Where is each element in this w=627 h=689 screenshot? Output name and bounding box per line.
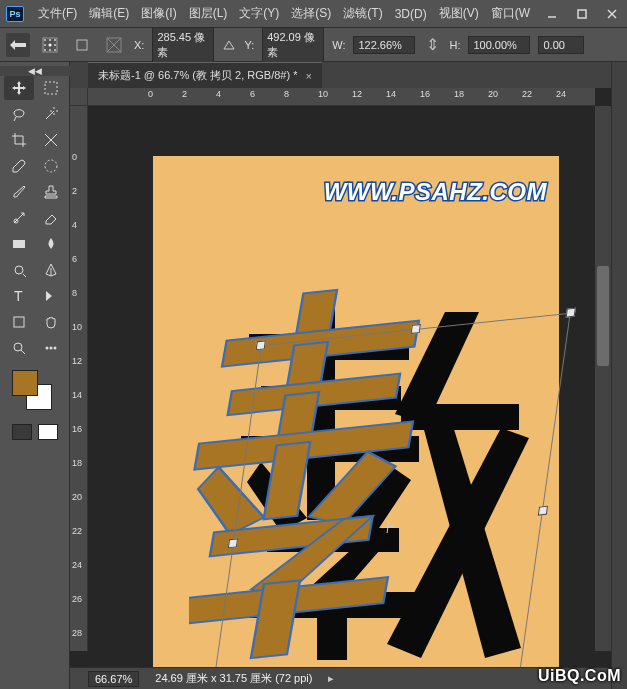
handle-r[interactable]	[538, 505, 548, 515]
options-bar: X: 285.45 像素 Y: 492.09 像素 W: 122.66% ⇕ H…	[0, 28, 627, 62]
menu-layer[interactable]: 图层(L)	[183, 1, 234, 26]
x-input[interactable]: 285.45 像素	[152, 27, 214, 63]
document-tab-title: 未标题-1 @ 66.7% (教 拷贝 2, RGB/8#) *	[98, 68, 297, 83]
link-wh-icon[interactable]: ⇕	[423, 35, 441, 54]
svg-point-25	[14, 343, 22, 351]
h-label: H:	[449, 39, 460, 51]
artwork	[189, 286, 529, 666]
document-tab-bar: 未标题-1 @ 66.7% (教 拷贝 2, RGB/8#) * ×	[70, 62, 611, 88]
svg-point-12	[49, 49, 51, 51]
minimize-button[interactable]	[537, 4, 567, 24]
patch-tool-icon[interactable]	[36, 154, 66, 178]
x-label: X:	[134, 39, 144, 51]
menu-select[interactable]: 选择(S)	[285, 1, 337, 26]
handle-tr[interactable]	[566, 308, 576, 318]
document-tab[interactable]: 未标题-1 @ 66.7% (教 拷贝 2, RGB/8#) * ×	[88, 62, 322, 88]
w-label: W:	[332, 39, 345, 51]
tools-panel: ◀◀ T	[0, 62, 70, 689]
y-label: Y:	[244, 39, 254, 51]
svg-point-13	[54, 49, 56, 51]
type-tool-icon[interactable]: T	[4, 284, 34, 308]
dodge-tool-icon[interactable]	[4, 258, 34, 282]
triangle-y-icon[interactable]	[222, 36, 236, 54]
lasso-tool-icon[interactable]	[4, 102, 34, 126]
pen-tool-icon[interactable]	[36, 258, 66, 282]
ruler-horizontal[interactable]: 024681012141618202224	[88, 88, 595, 106]
reference-point-icon[interactable]	[38, 33, 62, 57]
history-brush-tool-icon[interactable]	[4, 206, 34, 230]
app-logo: Ps	[6, 6, 24, 22]
reference-point-2-icon[interactable]	[102, 33, 126, 57]
doc-dimensions: 24.69 厘米 x 31.75 厘米 (72 ppi)	[155, 671, 312, 686]
blur-tool-icon[interactable]	[36, 232, 66, 256]
gradient-tool-icon[interactable]	[4, 232, 34, 256]
tool-grid: T	[4, 76, 66, 360]
svg-rect-18	[45, 82, 57, 94]
move-tool-icon[interactable]	[4, 76, 34, 100]
svg-rect-39	[401, 404, 519, 430]
crop-tool-icon[interactable]	[4, 128, 34, 152]
svg-rect-21	[13, 240, 25, 248]
scrollbar-thumb[interactable]	[597, 266, 609, 366]
h-input[interactable]: 100.00%	[468, 36, 530, 54]
svg-point-6	[49, 39, 51, 41]
maximize-button[interactable]	[567, 4, 597, 24]
svg-rect-1	[578, 10, 586, 18]
viewport[interactable]: WWW.PSAHZ.COM	[88, 106, 595, 651]
w-input[interactable]: 122.66%	[353, 36, 415, 54]
menu-file[interactable]: 文件(F)	[32, 1, 83, 26]
color-swatches[interactable]	[12, 370, 58, 416]
eraser-tool-icon[interactable]	[36, 206, 66, 230]
relative-icon[interactable]	[70, 33, 94, 57]
document-area: 未标题-1 @ 66.7% (教 拷贝 2, RGB/8#) * × 02468…	[70, 62, 611, 689]
hand-tool-icon[interactable]	[36, 310, 66, 334]
watermark-text: WWW.PSAHZ.COM	[324, 178, 547, 206]
screen-mode-icon[interactable]	[38, 424, 58, 440]
rotation-input[interactable]: 0.00	[538, 36, 584, 54]
menu-3d[interactable]: 3D(D)	[389, 3, 433, 25]
photoshop-app: Ps 文件(F) 编辑(E) 图像(I) 图层(L) 文字(Y) 选择(S) 滤…	[0, 0, 627, 689]
svg-rect-14	[77, 40, 87, 50]
canvas[interactable]: WWW.PSAHZ.COM	[153, 156, 559, 667]
menu-image[interactable]: 图像(I)	[135, 1, 182, 26]
svg-rect-24	[14, 317, 24, 327]
stamp-tool-icon[interactable]	[36, 180, 66, 204]
close-button[interactable]	[597, 4, 627, 24]
edit-toolbar-icon[interactable]	[36, 336, 66, 360]
eyedropper-tool-icon[interactable]	[4, 154, 34, 178]
foreground-color-swatch[interactable]	[12, 370, 38, 396]
svg-point-10	[54, 44, 56, 46]
zoom-field[interactable]: 66.67%	[88, 671, 139, 687]
magic-wand-tool-icon[interactable]	[36, 102, 66, 126]
svg-point-27	[49, 347, 52, 350]
marquee-tool-icon[interactable]	[36, 76, 66, 100]
svg-point-11	[44, 49, 46, 51]
tools-collapser[interactable]: ◀◀	[0, 66, 70, 76]
zoom-tool-icon[interactable]	[4, 336, 34, 360]
menu-bar: Ps 文件(F) 编辑(E) 图像(I) 图层(L) 文字(Y) 选择(S) 滤…	[0, 1, 536, 26]
y-input[interactable]: 492.09 像素	[262, 27, 324, 63]
vertical-scrollbar[interactable]	[595, 106, 611, 651]
menu-window[interactable]: 窗口(W	[485, 1, 536, 26]
ruler-corner	[70, 88, 88, 106]
menu-edit[interactable]: 编辑(E)	[83, 1, 135, 26]
right-panel-strip[interactable]	[611, 62, 627, 689]
svg-point-8	[44, 44, 46, 46]
ruler-vertical[interactable]: 024681012141618202224262830	[70, 106, 88, 651]
svg-point-9	[49, 43, 52, 46]
svg-point-26	[45, 347, 48, 350]
canvas-viewport-wrap: 024681012141618202224 024681012141618202…	[70, 88, 611, 667]
tool-preset-icon[interactable]	[6, 33, 30, 57]
menu-type[interactable]: 文字(Y)	[233, 1, 285, 26]
menu-filter[interactable]: 滤镜(T)	[337, 1, 388, 26]
quick-mask-icon[interactable]	[12, 424, 32, 440]
titlebar: Ps 文件(F) 编辑(E) 图像(I) 图层(L) 文字(Y) 选择(S) 滤…	[0, 0, 627, 28]
path-tool-icon[interactable]	[36, 284, 66, 308]
tab-close-icon[interactable]: ×	[305, 70, 311, 82]
slice-tool-icon[interactable]	[36, 128, 66, 152]
svg-point-7	[54, 39, 56, 41]
menu-view[interactable]: 视图(V)	[433, 1, 485, 26]
shape-tool-icon[interactable]	[4, 310, 34, 334]
brush-tool-icon[interactable]	[4, 180, 34, 204]
svg-point-5	[44, 39, 46, 41]
